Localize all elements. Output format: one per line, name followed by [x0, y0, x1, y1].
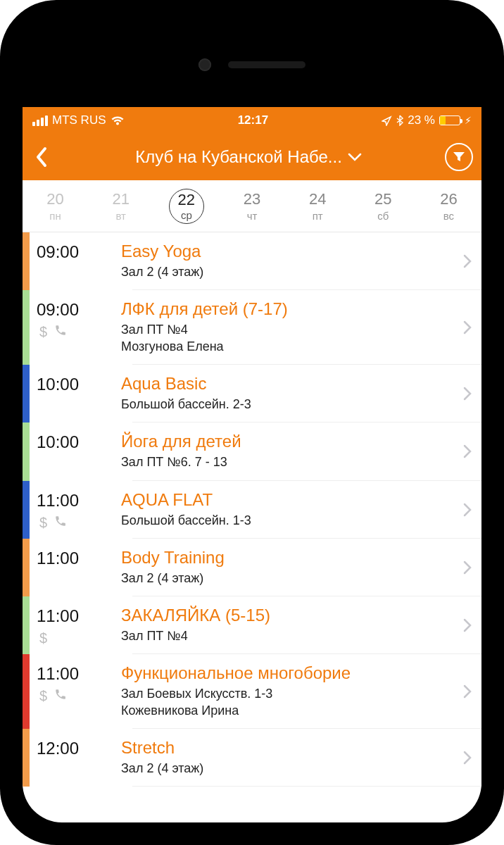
content-column: Body TrainingЗал 2 (4 этаж)	[121, 539, 453, 596]
date-cell[interactable]: 26вс	[416, 180, 481, 232]
category-stripe	[23, 423, 30, 480]
category-stripe	[23, 596, 30, 654]
schedule-item[interactable]: 09:00$ЛФК для детей (7-17)Зал ПТ №4Мозгу…	[23, 290, 481, 365]
class-time: 11:00	[37, 606, 121, 626]
chevron-right-icon	[463, 503, 472, 517]
category-stripe	[23, 365, 30, 423]
date-dow: сб	[377, 210, 389, 222]
date-cell[interactable]: 21вт	[88, 180, 153, 232]
phone-icon	[54, 324, 67, 340]
time-column: 09:00	[30, 232, 121, 290]
date-dow: ср	[181, 209, 192, 221]
class-location: Зал ПТ №6. 7 - 13	[121, 453, 449, 470]
class-location: Зал ПТ №4	[121, 321, 449, 338]
date-dow: вс	[443, 210, 454, 222]
title-dropdown[interactable]: Клуб на Кубанской Набе...	[56, 147, 441, 167]
date-selected-badge: 22ср	[169, 189, 204, 224]
chevron-right-icon	[463, 684, 472, 699]
class-title: Aqua Basic	[121, 373, 449, 394]
time-column: 11:00	[30, 539, 121, 596]
content-column: AQUA FLATБольшой бассейн. 1-3	[121, 481, 453, 539]
schedule-item[interactable]: 10:00Йога для детейЗал ПТ №6. 7 - 13	[23, 423, 481, 480]
schedule-item[interactable]: 11:00Body TrainingЗал 2 (4 этаж)	[23, 539, 481, 596]
phone-frame-inner: MTS RUS 12:17 23 %	[15, 15, 489, 830]
content-column: StretchЗал 2 (4 этаж)	[121, 729, 453, 787]
time-column: 11:00$	[30, 654, 121, 729]
schedule-item[interactable]: 11:00$Функциональное многобориеЗал Боевы…	[23, 654, 481, 729]
date-cell[interactable]: 22ср	[153, 180, 219, 232]
carrier-label: MTS RUS	[52, 113, 106, 127]
chevron-right-icon	[463, 618, 472, 632]
disclosure	[453, 423, 481, 480]
badges: $	[37, 688, 121, 704]
class-title: ЗАКАЛЯЙКА (5-15)	[121, 605, 449, 626]
time-column: 11:00$	[30, 596, 121, 654]
date-selector: 20пн21вт22ср23чт24пт25сб26вс	[23, 180, 481, 232]
paid-icon: $	[39, 515, 47, 531]
class-title: AQUA FLAT	[121, 489, 449, 511]
status-time: 12:17	[238, 113, 268, 127]
date-number: 26	[440, 190, 457, 208]
chevron-down-icon	[348, 153, 362, 161]
date-dow: вт	[115, 210, 126, 222]
class-location: Зал 2 (4 этаж)	[121, 570, 449, 587]
class-time: 11:00	[37, 491, 121, 511]
location-arrow-icon	[382, 115, 392, 126]
schedule-item[interactable]: 09:00Easy YogaЗал 2 (4 этаж)	[23, 232, 481, 290]
class-time: 09:00	[37, 242, 121, 262]
filter-button[interactable]	[445, 143, 473, 171]
disclosure	[453, 481, 481, 539]
date-dow: чт	[247, 210, 258, 222]
badges: $	[37, 515, 121, 531]
class-title: Функциональное многоборие	[121, 663, 449, 684]
date-dow: пн	[49, 210, 61, 222]
class-location: Зал Боевых Искусств. 1-3	[121, 685, 449, 702]
class-time: 11:00	[37, 549, 121, 568]
phone-icon	[54, 515, 67, 531]
category-stripe	[23, 481, 30, 539]
time-column: 11:00$	[30, 481, 121, 539]
date-cell[interactable]: 24пт	[285, 180, 351, 232]
chevron-right-icon	[463, 444, 472, 458]
disclosure	[453, 654, 481, 729]
filter-icon	[453, 151, 465, 163]
date-number: 25	[374, 190, 391, 208]
category-stripe	[23, 232, 30, 290]
schedule-list: 09:00Easy YogaЗал 2 (4 этаж)09:00$ЛФК дл…	[23, 232, 481, 787]
class-title: Йога для детей	[121, 431, 449, 452]
class-location: Зал ПТ №4	[121, 627, 449, 644]
back-button[interactable]	[31, 142, 52, 173]
time-column: 12:00	[30, 729, 121, 787]
content-column: Easy YogaЗал 2 (4 этаж)	[121, 232, 453, 290]
time-column: 10:00	[30, 365, 121, 423]
content-column: Aqua BasicБольшой бассейн. 2-3	[121, 365, 453, 423]
speaker-grille	[228, 61, 305, 68]
battery-pct-label: 23 %	[408, 113, 435, 127]
disclosure	[453, 729, 481, 787]
category-stripe	[23, 290, 30, 365]
time-column: 10:00	[30, 423, 121, 480]
date-cell[interactable]: 23чт	[219, 180, 284, 232]
chevron-right-icon	[463, 751, 472, 765]
schedule-item[interactable]: 10:00Aqua BasicБольшой бассейн. 2-3	[23, 365, 481, 423]
phone-frame: MTS RUS 12:17 23 %	[0, 0, 504, 845]
time-column: 09:00$	[30, 290, 121, 365]
divider	[132, 786, 481, 787]
screen-wrap: MTS RUS 12:17 23 %	[23, 23, 481, 822]
date-cell[interactable]: 20пн	[23, 180, 88, 232]
schedule-item[interactable]: 12:00StretchЗал 2 (4 этаж)	[23, 729, 481, 787]
badges: $	[37, 324, 121, 340]
schedule-item[interactable]: 11:00$AQUA FLATБольшой бассейн. 1-3	[23, 481, 481, 539]
date-cell[interactable]: 25сб	[351, 180, 416, 232]
category-stripe	[23, 729, 30, 787]
chevron-right-icon	[463, 320, 472, 334]
chevron-right-icon	[463, 254, 472, 268]
app-screen: MTS RUS 12:17 23 %	[23, 107, 481, 822]
signal-icon	[32, 115, 48, 126]
battery-icon	[439, 115, 460, 125]
class-trainer: Кожевникова Ирина	[121, 703, 449, 719]
nav-title: Клуб на Кубанской Набе...	[135, 147, 342, 167]
disclosure	[453, 539, 481, 596]
schedule-item[interactable]: 11:00$ЗАКАЛЯЙКА (5-15)Зал ПТ №4	[23, 596, 481, 654]
disclosure	[453, 232, 481, 290]
